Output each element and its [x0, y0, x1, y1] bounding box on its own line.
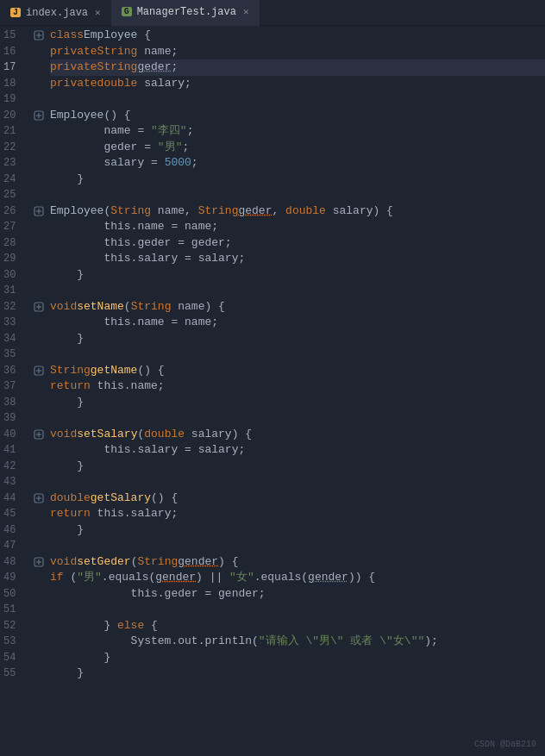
code-line-52: } else { — [50, 618, 545, 634]
code-line-49: if ("男".equals(gender) || "女".equals(gen… — [50, 570, 545, 586]
code-line-27: this.name = name; — [50, 219, 545, 235]
code-line-39 — [50, 410, 545, 427]
line-numbers: 1516171819202122232425262728293031323334… — [0, 26, 31, 756]
code-line-43 — [50, 474, 545, 490]
code-line-41: this.salary = salary; — [50, 442, 545, 459]
code-line-28: this.geder = geder; — [50, 235, 545, 252]
code-line-35 — [50, 347, 545, 363]
tab-index-label: index.java — [26, 7, 88, 19]
code-line-47 — [50, 538, 545, 554]
code-line-51 — [50, 602, 545, 618]
tab-index-java[interactable]: J index.java ✕ — [0, 0, 111, 26]
code-line-37: return this.name; — [50, 378, 545, 395]
code-line-21: name = "李四"; — [50, 123, 545, 140]
code-line-38: } — [50, 395, 545, 411]
code-line-32: void setName(String name) { — [50, 299, 545, 316]
code-line-25 — [50, 187, 545, 203]
code-area: 1516171819202122232425262728293031323334… — [0, 26, 545, 756]
code-line-54: } — [50, 650, 545, 666]
tab-bar: J index.java ✕ G ManagerTest.java ✕ — [0, 0, 545, 26]
code-line-18: private double salary; — [50, 76, 545, 92]
code-line-50: this.geder = gender; — [50, 586, 545, 603]
code-line-42: } — [50, 459, 545, 475]
code-line-34: } — [50, 331, 545, 347]
code-line-53: System.out.println("请输入 \"男\" 或者 \"女\"")… — [50, 634, 545, 650]
code-line-15: class Employee { — [50, 28, 545, 44]
code-line-48: void setGeder(String gender) { — [50, 554, 545, 571]
code-line-31 — [50, 283, 545, 299]
tab-manager-icon: G — [122, 7, 132, 16]
code-line-29: this.salary = salary; — [50, 251, 545, 267]
tab-index-icon: J — [10, 8, 21, 17]
code-line-20: Employee() { — [50, 108, 545, 124]
code-line-30: } — [50, 267, 545, 284]
code-line-26: Employee(String name, String geder, doub… — [50, 203, 545, 220]
tab-manager-label: ManagerTest.java — [137, 6, 236, 18]
code-line-16: private String name; — [50, 44, 545, 60]
code-line-24: } — [50, 172, 545, 188]
code-line-45: return this.salary; — [50, 506, 545, 522]
code-line-22: geder = "男"; — [50, 140, 545, 156]
code-line-36: String getName() { — [50, 363, 545, 379]
code-line-46: } — [50, 522, 545, 539]
watermark: CSDN @DaB210 — [474, 740, 536, 749]
tab-close-icon[interactable]: ✕ — [95, 7, 101, 18]
code-line-55: } — [50, 665, 545, 682]
tab-manager-close-icon[interactable]: ✕ — [243, 6, 249, 17]
code-content[interactable]: class Employee { private String name; pr… — [47, 26, 545, 756]
code-line-17: private String geder; — [50, 59, 545, 76]
code-line-23: salary = 5000; — [50, 155, 545, 172]
code-line-44: double getSalary() { — [50, 490, 545, 507]
gutter — [31, 26, 47, 756]
tab-manager-java[interactable]: G ManagerTest.java ✕ — [111, 0, 260, 26]
code-line-40: void setSalary(double salary) { — [50, 427, 545, 443]
code-line-19 — [50, 91, 545, 108]
code-line-33: this.name = name; — [50, 315, 545, 331]
